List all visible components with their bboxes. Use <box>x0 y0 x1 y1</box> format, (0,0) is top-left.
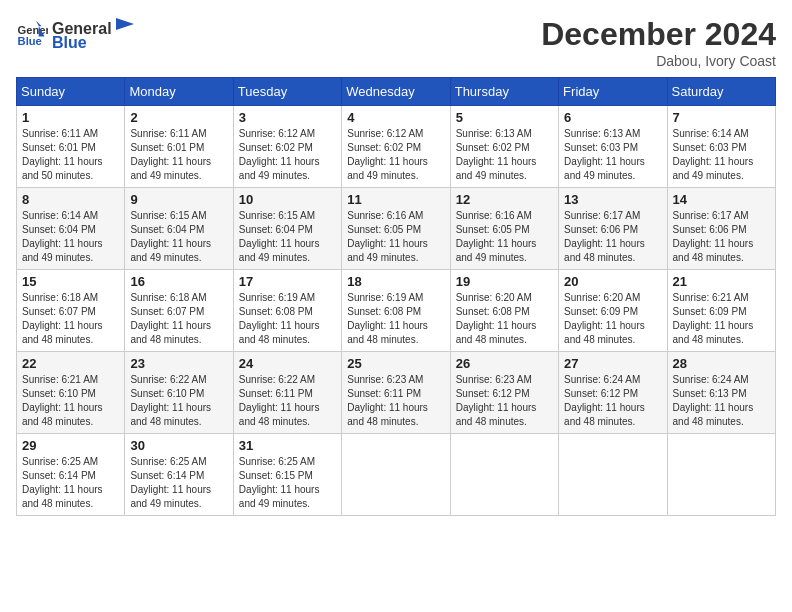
weekday-header: Monday <box>125 78 233 106</box>
weekday-header: Sunday <box>17 78 125 106</box>
day-info: Sunrise: 6:25 AM Sunset: 6:14 PM Dayligh… <box>130 455 227 511</box>
calendar-day-cell: 7 Sunrise: 6:14 AM Sunset: 6:03 PM Dayli… <box>667 106 775 188</box>
day-number: 25 <box>347 356 444 371</box>
calendar-day-cell: 17 Sunrise: 6:19 AM Sunset: 6:08 PM Dayl… <box>233 270 341 352</box>
svg-text:General: General <box>18 24 48 36</box>
calendar-day-cell: 19 Sunrise: 6:20 AM Sunset: 6:08 PM Dayl… <box>450 270 558 352</box>
day-info: Sunrise: 6:20 AM Sunset: 6:08 PM Dayligh… <box>456 291 553 347</box>
month-title: December 2024 <box>541 16 776 53</box>
day-info: Sunrise: 6:13 AM Sunset: 6:02 PM Dayligh… <box>456 127 553 183</box>
day-info: Sunrise: 6:17 AM Sunset: 6:06 PM Dayligh… <box>673 209 770 265</box>
calendar-day-cell: 24 Sunrise: 6:22 AM Sunset: 6:11 PM Dayl… <box>233 352 341 434</box>
calendar-day-cell <box>450 434 558 516</box>
calendar-day-cell: 31 Sunrise: 6:25 AM Sunset: 6:15 PM Dayl… <box>233 434 341 516</box>
day-number: 20 <box>564 274 661 289</box>
day-number: 16 <box>130 274 227 289</box>
day-info: Sunrise: 6:20 AM Sunset: 6:09 PM Dayligh… <box>564 291 661 347</box>
day-number: 8 <box>22 192 119 207</box>
day-number: 21 <box>673 274 770 289</box>
day-info: Sunrise: 6:22 AM Sunset: 6:11 PM Dayligh… <box>239 373 336 429</box>
calendar-day-cell <box>559 434 667 516</box>
calendar-day-cell: 26 Sunrise: 6:23 AM Sunset: 6:12 PM Dayl… <box>450 352 558 434</box>
day-info: Sunrise: 6:12 AM Sunset: 6:02 PM Dayligh… <box>347 127 444 183</box>
weekday-header: Wednesday <box>342 78 450 106</box>
calendar-week-row: 8 Sunrise: 6:14 AM Sunset: 6:04 PM Dayli… <box>17 188 776 270</box>
page-header: General Blue General Blue December 2024 … <box>16 16 776 69</box>
day-number: 19 <box>456 274 553 289</box>
calendar-day-cell: 11 Sunrise: 6:16 AM Sunset: 6:05 PM Dayl… <box>342 188 450 270</box>
day-number: 22 <box>22 356 119 371</box>
day-number: 4 <box>347 110 444 125</box>
day-number: 12 <box>456 192 553 207</box>
calendar-day-cell: 20 Sunrise: 6:20 AM Sunset: 6:09 PM Dayl… <box>559 270 667 352</box>
day-number: 15 <box>22 274 119 289</box>
calendar-day-cell: 13 Sunrise: 6:17 AM Sunset: 6:06 PM Dayl… <box>559 188 667 270</box>
calendar-day-cell: 16 Sunrise: 6:18 AM Sunset: 6:07 PM Dayl… <box>125 270 233 352</box>
day-info: Sunrise: 6:23 AM Sunset: 6:11 PM Dayligh… <box>347 373 444 429</box>
svg-text:Blue: Blue <box>18 35 42 47</box>
day-number: 28 <box>673 356 770 371</box>
day-info: Sunrise: 6:13 AM Sunset: 6:03 PM Dayligh… <box>564 127 661 183</box>
day-info: Sunrise: 6:15 AM Sunset: 6:04 PM Dayligh… <box>130 209 227 265</box>
day-number: 27 <box>564 356 661 371</box>
calendar-day-cell: 22 Sunrise: 6:21 AM Sunset: 6:10 PM Dayl… <box>17 352 125 434</box>
day-info: Sunrise: 6:16 AM Sunset: 6:05 PM Dayligh… <box>347 209 444 265</box>
calendar-day-cell: 30 Sunrise: 6:25 AM Sunset: 6:14 PM Dayl… <box>125 434 233 516</box>
day-info: Sunrise: 6:24 AM Sunset: 6:12 PM Dayligh… <box>564 373 661 429</box>
calendar-day-cell: 23 Sunrise: 6:22 AM Sunset: 6:10 PM Dayl… <box>125 352 233 434</box>
day-number: 13 <box>564 192 661 207</box>
day-number: 31 <box>239 438 336 453</box>
calendar-week-row: 22 Sunrise: 6:21 AM Sunset: 6:10 PM Dayl… <box>17 352 776 434</box>
weekday-header: Tuesday <box>233 78 341 106</box>
day-number: 24 <box>239 356 336 371</box>
day-info: Sunrise: 6:14 AM Sunset: 6:03 PM Dayligh… <box>673 127 770 183</box>
logo-flag-icon <box>114 16 136 34</box>
day-number: 10 <box>239 192 336 207</box>
logo: General Blue General Blue <box>16 16 136 52</box>
day-info: Sunrise: 6:25 AM Sunset: 6:14 PM Dayligh… <box>22 455 119 511</box>
day-info: Sunrise: 6:19 AM Sunset: 6:08 PM Dayligh… <box>239 291 336 347</box>
calendar-day-cell: 25 Sunrise: 6:23 AM Sunset: 6:11 PM Dayl… <box>342 352 450 434</box>
calendar-day-cell: 21 Sunrise: 6:21 AM Sunset: 6:09 PM Dayl… <box>667 270 775 352</box>
calendar-day-cell: 8 Sunrise: 6:14 AM Sunset: 6:04 PM Dayli… <box>17 188 125 270</box>
day-number: 7 <box>673 110 770 125</box>
day-info: Sunrise: 6:11 AM Sunset: 6:01 PM Dayligh… <box>130 127 227 183</box>
day-info: Sunrise: 6:15 AM Sunset: 6:04 PM Dayligh… <box>239 209 336 265</box>
calendar-day-cell: 9 Sunrise: 6:15 AM Sunset: 6:04 PM Dayli… <box>125 188 233 270</box>
day-info: Sunrise: 6:21 AM Sunset: 6:09 PM Dayligh… <box>673 291 770 347</box>
day-info: Sunrise: 6:14 AM Sunset: 6:04 PM Dayligh… <box>22 209 119 265</box>
calendar-day-cell: 2 Sunrise: 6:11 AM Sunset: 6:01 PM Dayli… <box>125 106 233 188</box>
day-info: Sunrise: 6:25 AM Sunset: 6:15 PM Dayligh… <box>239 455 336 511</box>
weekday-header-row: SundayMondayTuesdayWednesdayThursdayFrid… <box>17 78 776 106</box>
day-info: Sunrise: 6:24 AM Sunset: 6:13 PM Dayligh… <box>673 373 770 429</box>
weekday-header: Friday <box>559 78 667 106</box>
day-info: Sunrise: 6:16 AM Sunset: 6:05 PM Dayligh… <box>456 209 553 265</box>
day-number: 1 <box>22 110 119 125</box>
day-number: 18 <box>347 274 444 289</box>
calendar-day-cell: 29 Sunrise: 6:25 AM Sunset: 6:14 PM Dayl… <box>17 434 125 516</box>
day-number: 29 <box>22 438 119 453</box>
calendar-day-cell: 6 Sunrise: 6:13 AM Sunset: 6:03 PM Dayli… <box>559 106 667 188</box>
calendar-week-row: 29 Sunrise: 6:25 AM Sunset: 6:14 PM Dayl… <box>17 434 776 516</box>
weekday-header: Thursday <box>450 78 558 106</box>
calendar-day-cell: 18 Sunrise: 6:19 AM Sunset: 6:08 PM Dayl… <box>342 270 450 352</box>
calendar-day-cell: 14 Sunrise: 6:17 AM Sunset: 6:06 PM Dayl… <box>667 188 775 270</box>
location: Dabou, Ivory Coast <box>541 53 776 69</box>
day-number: 5 <box>456 110 553 125</box>
day-info: Sunrise: 6:11 AM Sunset: 6:01 PM Dayligh… <box>22 127 119 183</box>
calendar-day-cell: 4 Sunrise: 6:12 AM Sunset: 6:02 PM Dayli… <box>342 106 450 188</box>
day-number: 26 <box>456 356 553 371</box>
day-number: 2 <box>130 110 227 125</box>
calendar-day-cell: 27 Sunrise: 6:24 AM Sunset: 6:12 PM Dayl… <box>559 352 667 434</box>
calendar-day-cell: 1 Sunrise: 6:11 AM Sunset: 6:01 PM Dayli… <box>17 106 125 188</box>
day-info: Sunrise: 6:22 AM Sunset: 6:10 PM Dayligh… <box>130 373 227 429</box>
day-number: 3 <box>239 110 336 125</box>
day-info: Sunrise: 6:21 AM Sunset: 6:10 PM Dayligh… <box>22 373 119 429</box>
logo-icon: General Blue <box>16 18 48 50</box>
title-area: December 2024 Dabou, Ivory Coast <box>541 16 776 69</box>
day-info: Sunrise: 6:23 AM Sunset: 6:12 PM Dayligh… <box>456 373 553 429</box>
day-info: Sunrise: 6:17 AM Sunset: 6:06 PM Dayligh… <box>564 209 661 265</box>
calendar-day-cell: 28 Sunrise: 6:24 AM Sunset: 6:13 PM Dayl… <box>667 352 775 434</box>
day-number: 23 <box>130 356 227 371</box>
day-info: Sunrise: 6:19 AM Sunset: 6:08 PM Dayligh… <box>347 291 444 347</box>
